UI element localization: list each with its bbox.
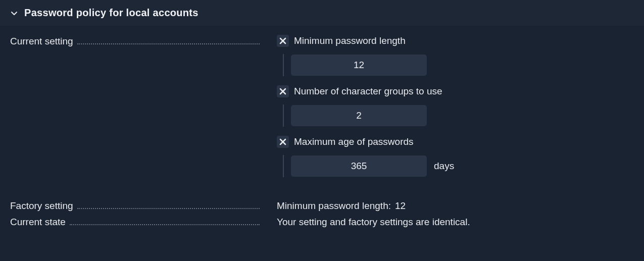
content-area: Current setting Minimum password length: [0, 26, 644, 228]
max-age-unit: days: [434, 161, 454, 172]
min-length-input[interactable]: [291, 55, 427, 76]
factory-setting-label: Factory setting: [10, 200, 75, 212]
dotted-leader: [77, 208, 260, 209]
factory-value: Minimum password length: 12: [277, 200, 634, 212]
current-state-label: Current state: [10, 217, 68, 228]
current-setting-label: Current setting: [10, 36, 75, 47]
min-length-policy: Minimum password length: [277, 35, 634, 76]
current-state-message: Your setting and factory settings are id…: [277, 217, 470, 227]
chevron-down-icon: [10, 9, 18, 17]
input-row: [283, 105, 634, 127]
factory-value-label: Minimum password length:: [277, 200, 391, 212]
factory-setting-row: Factory setting Minimum password length:…: [10, 200, 634, 212]
value-column: Minimum password length: 12: [263, 200, 634, 212]
policy-line: Maximum age of passwords: [277, 136, 634, 148]
max-age-label: Maximum age of passwords: [294, 136, 414, 147]
char-groups-policy: Number of character groups to use: [277, 85, 634, 127]
min-length-label: Minimum password length: [294, 35, 406, 46]
section-header[interactable]: Password policy for local accounts: [0, 0, 644, 26]
current-state-row: Current state Your setting and factory s…: [10, 217, 634, 228]
current-setting-row: Current setting Minimum password length: [10, 35, 634, 186]
section-title: Password policy for local accounts: [24, 7, 199, 19]
input-divider: [283, 54, 284, 76]
char-groups-checkbox[interactable]: [277, 85, 289, 97]
max-age-policy: Maximum age of passwords days: [277, 136, 634, 177]
value-column: Minimum password length Number of charac…: [263, 35, 634, 186]
label-column: Current setting: [10, 36, 263, 47]
label-column: Factory setting: [10, 200, 263, 212]
max-age-checkbox[interactable]: [277, 136, 289, 148]
policy-line: Minimum password length: [277, 35, 634, 47]
input-divider: [283, 105, 284, 127]
dotted-leader: [70, 224, 260, 225]
input-row: [283, 54, 634, 76]
input-row: days: [283, 155, 634, 177]
dotted-leader: [77, 43, 260, 44]
policy-line: Number of character groups to use: [277, 85, 634, 97]
max-age-input[interactable]: [291, 155, 427, 177]
label-column: Current state: [10, 217, 263, 228]
char-groups-label: Number of character groups to use: [294, 86, 442, 97]
input-divider: [283, 155, 284, 177]
factory-value-number: 12: [395, 200, 406, 212]
min-length-checkbox[interactable]: [277, 35, 289, 47]
char-groups-input[interactable]: [291, 105, 427, 126]
value-column: Your setting and factory settings are id…: [263, 217, 634, 228]
